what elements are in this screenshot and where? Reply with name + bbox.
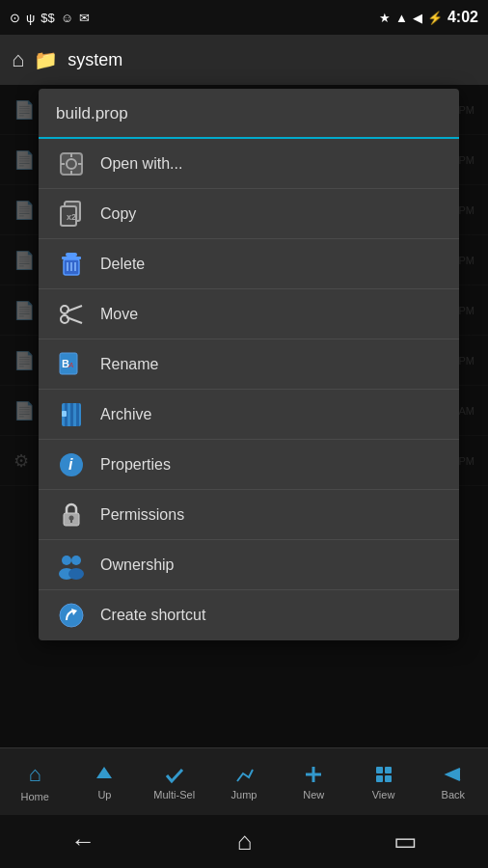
open-with-icon [56, 149, 87, 179]
toolbar-jump-icon [233, 764, 255, 785]
home-nav-icon[interactable]: ⌂ [12, 47, 24, 72]
svg-text:A: A [68, 361, 73, 369]
menu-label-archive: Archive [100, 406, 151, 423]
toolbar-multisel-label: Multi-Sel [153, 789, 195, 800]
menu-label-delete: Delete [100, 256, 145, 273]
svg-point-15 [61, 306, 68, 313]
status-icon-dollar: $$ [41, 11, 54, 25]
toolbar-back[interactable]: Back [419, 764, 488, 800]
menu-label-permissions: Permissions [100, 506, 184, 524]
toolbar-multisel-icon [164, 764, 185, 785]
svg-rect-9 [66, 253, 77, 257]
toolbar-home-label: Home [20, 791, 48, 802]
copy-icon: x2 [56, 199, 87, 230]
ownership-icon [56, 550, 87, 581]
svg-rect-24 [70, 403, 73, 426]
menu-item-archive[interactable]: Archive [39, 390, 459, 440]
toolbar-up[interactable]: Up [69, 764, 139, 800]
rename-icon: B A [56, 349, 87, 380]
menu-label-create-shortcut: Create shortcut [100, 607, 205, 624]
toolbar-new-label: New [303, 789, 324, 800]
folder-icon: 📁 [34, 48, 58, 71]
menu-item-ownership[interactable]: Ownership [39, 540, 459, 590]
svg-rect-42 [376, 775, 383, 782]
svg-rect-26 [62, 411, 67, 417]
menu-label-ownership: Ownership [100, 556, 174, 574]
toolbar-jump[interactable]: Jump [209, 764, 279, 800]
svg-point-16 [61, 315, 68, 323]
toolbar-home[interactable]: ⌂ Home [0, 762, 69, 802]
menu-item-properties[interactable]: i Properties [39, 440, 459, 490]
toolbar-view-label: View [372, 789, 395, 800]
nav-back-button[interactable]: ← [70, 827, 95, 856]
svg-point-32 [62, 556, 71, 565]
move-icon [56, 299, 87, 330]
toolbar-jump-label: Jump [231, 789, 258, 800]
top-navigation: ⌂ 📁 system [0, 35, 488, 85]
svg-point-36 [60, 604, 83, 627]
toolbar-multisel[interactable]: Multi-Sel [140, 764, 209, 800]
menu-label-move: Move [100, 306, 138, 323]
status-icon-phone: ⊙ [10, 11, 20, 25]
menu-item-delete[interactable]: Delete [39, 239, 459, 289]
context-menu-title: build.prop [39, 89, 459, 139]
status-icons-left: ⊙ ψ $$ ☺ ✉ [10, 11, 90, 25]
status-icon-bt: ★ [379, 11, 391, 25]
svg-marker-37 [96, 767, 112, 778]
properties-icon: i [56, 449, 87, 480]
status-time: 4:02 [447, 9, 478, 26]
status-icons-right: ★ ▲ ◀ ⚡ 4:02 [379, 9, 478, 26]
status-icon-battery: ⚡ [427, 11, 443, 25]
menu-item-move[interactable]: Move [39, 289, 459, 339]
toolbar-up-label: Up [97, 789, 111, 800]
status-icon-signal: ◀ [413, 11, 422, 25]
menu-item-rename[interactable]: B A Rename [39, 339, 459, 390]
bottom-toolbar: ⌂ Home Up Multi-Sel Jump New View [0, 747, 488, 815]
svg-rect-40 [376, 767, 383, 773]
svg-point-33 [71, 556, 81, 565]
menu-item-copy[interactable]: x2 Copy [39, 189, 459, 239]
status-icon-wifi: ▲ [395, 11, 408, 25]
status-icon-mail: ✉ [79, 11, 90, 25]
nav-recent-button[interactable]: ▭ [393, 827, 418, 856]
nav-home-button[interactable]: ⌂ [237, 827, 253, 856]
toolbar-view[interactable]: View [348, 764, 418, 800]
menu-item-create-shortcut[interactable]: Create shortcut [39, 590, 459, 640]
context-menu: build.prop Open with... x2 Copy [39, 89, 459, 640]
toolbar-home-icon: ⌂ [28, 762, 41, 787]
svg-rect-43 [385, 775, 392, 782]
status-icon-usb: ψ [26, 11, 35, 25]
archive-icon [56, 399, 87, 430]
toolbar-up-icon [94, 764, 115, 785]
toolbar-back-icon [443, 764, 464, 785]
toolbar-back-label: Back [442, 789, 465, 800]
toolbar-new-icon [303, 764, 324, 785]
menu-label-copy: Copy [100, 205, 136, 223]
shortcut-icon [56, 600, 87, 631]
svg-point-35 [68, 568, 84, 580]
menu-label-open-with: Open with... [100, 155, 182, 173]
nav-path-title: system [68, 50, 122, 70]
bottom-navigation: ← ⌂ ▭ [0, 815, 488, 868]
svg-text:x2: x2 [67, 212, 76, 222]
menu-label-properties: Properties [100, 456, 171, 474]
svg-rect-25 [76, 403, 79, 426]
permissions-icon [56, 500, 87, 530]
delete-icon [56, 249, 87, 280]
svg-rect-41 [385, 767, 392, 773]
svg-text:i: i [68, 456, 73, 473]
svg-point-30 [69, 515, 74, 520]
menu-item-open-with[interactable]: Open with... [39, 139, 459, 189]
menu-item-permissions[interactable]: Permissions [39, 490, 459, 540]
toolbar-new[interactable]: New [279, 764, 348, 800]
status-bar: ⊙ ψ $$ ☺ ✉ ★ ▲ ◀ ⚡ 4:02 [0, 0, 488, 35]
status-icon-smiley: ☺ [61, 11, 73, 25]
menu-label-rename: Rename [100, 356, 158, 373]
toolbar-view-icon [373, 764, 394, 785]
